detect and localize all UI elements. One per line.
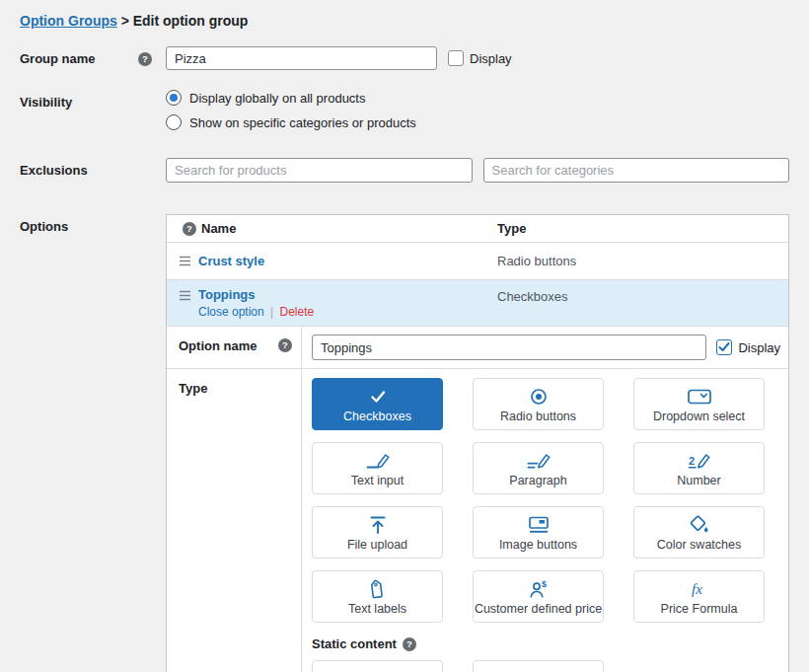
type-button-image-buttons[interactable]: Image buttons — [473, 506, 604, 559]
static-button-html[interactable] — [473, 660, 604, 672]
name-column-header: Name — [200, 221, 497, 236]
type-button-file-upload[interactable]: File upload — [312, 506, 443, 559]
options-label-wrap: Options — [20, 214, 166, 234]
exclusions-products-input[interactable] — [166, 158, 473, 183]
options-table-header: Name Type — [167, 215, 788, 243]
drag-handle-icon[interactable] — [179, 290, 192, 301]
visibility-row: Visibility Display globally on all produ… — [20, 90, 789, 139]
page-title: Edit option group — [133, 13, 249, 29]
option-display-checkbox-group: Display — [716, 339, 780, 355]
type-button-color-swatches[interactable]: Color swatches — [633, 506, 765, 559]
file-upload-icon — [365, 515, 391, 535]
type-button-paragraph[interactable]: Paragraph — [473, 442, 604, 494]
edit-option-group-page: Option Groups > Edit option group Group … — [0, 0, 809, 672]
group-display-checkbox[interactable] — [448, 50, 464, 66]
toppings-link[interactable]: Toppings — [198, 287, 256, 302]
type-button-text-input[interactable]: Text input — [312, 442, 443, 494]
group-name-label-wrap: Group name — [20, 46, 166, 66]
type-button-customer-defined-price[interactable]: $ Customer defined price — [473, 570, 604, 623]
radio-specific-label: Show on specific categories or products — [189, 115, 416, 130]
type-button-number[interactable]: 2 Number — [633, 442, 765, 494]
image-buttons-icon — [526, 515, 552, 535]
option-row-toppings: Toppings Close option | Delete Checkboxe… — [167, 279, 788, 326]
option-name-label-wrap: Option name — [167, 327, 302, 368]
option-name-input[interactable] — [312, 335, 706, 360]
crust-style-link[interactable]: Crust style — [198, 254, 264, 268]
options-label: Options — [20, 219, 152, 234]
radio-buttons-icon — [526, 387, 552, 407]
exclusions-label: Exclusions — [20, 163, 152, 178]
option-name-help-icon[interactable] — [278, 338, 292, 352]
customer-defined-price-icon: $ — [526, 579, 552, 599]
options-row: Options Name Type Crust style — [20, 214, 789, 672]
group-name-label: Group name — [20, 51, 138, 66]
visibility-label: Visibility — [20, 95, 152, 110]
options-table: Name Type Crust style Radio buttons — [166, 214, 789, 672]
text-labels-icon — [365, 579, 391, 599]
type-button-radio-buttons[interactable]: Radio buttons — [473, 378, 604, 430]
radio-global-label: Display globally on all products — [189, 91, 365, 106]
visibility-label-wrap: Visibility — [20, 90, 166, 110]
type-grid: Checkboxes Radio buttons — [312, 378, 762, 623]
dropdown-select-icon — [687, 387, 712, 407]
breadcrumb-option-groups-link[interactable]: Option Groups — [20, 13, 117, 29]
radio-specific-icon[interactable] — [166, 114, 182, 130]
svg-text:$: $ — [542, 579, 547, 589]
breadcrumb-separator: > — [121, 13, 129, 29]
delete-option-link[interactable]: Delete — [280, 305, 315, 319]
type-button-dropdown-select[interactable]: Dropdown select — [633, 378, 765, 430]
option-name-editor-row: Option name Display — [167, 326, 788, 368]
drag-handle-icon[interactable] — [179, 256, 192, 266]
svg-text:2: 2 — [689, 455, 695, 467]
number-icon: 2 — [687, 451, 712, 471]
group-display-label: Display — [470, 51, 512, 66]
type-label: Type — [179, 381, 292, 396]
breadcrumb: Option Groups > Edit option group — [20, 13, 789, 29]
type-button-checkboxes[interactable]: Checkboxes — [312, 378, 443, 430]
type-button-price-formula[interactable]: fx Price Formula — [633, 570, 765, 623]
static-content-heading-wrap: Static content — [312, 636, 762, 651]
text-input-icon — [365, 451, 391, 471]
static-content-grid — [312, 660, 762, 672]
price-formula-icon: fx — [687, 579, 712, 599]
toppings-type: Checkboxes — [497, 287, 788, 304]
static-content-help-icon[interactable] — [403, 637, 416, 651]
type-label-wrap: Type — [167, 369, 302, 672]
group-name-help-icon[interactable] — [138, 52, 152, 66]
option-row-crust-style: Crust style Radio buttons — [167, 243, 788, 279]
radio-global-icon[interactable] — [166, 90, 182, 106]
svg-text:fx: fx — [692, 581, 702, 597]
exclusions-row: Exclusions — [20, 158, 789, 183]
option-display-label: Display — [738, 340, 780, 355]
exclusions-categories-input[interactable] — [483, 158, 790, 183]
close-option-link[interactable]: Close option — [198, 305, 264, 319]
group-name-row: Group name Display — [20, 46, 789, 70]
options-help-icon[interactable] — [183, 222, 196, 236]
option-name-label: Option name — [179, 338, 278, 353]
static-button-text-block[interactable] — [312, 660, 443, 672]
exclusions-label-wrap: Exclusions — [20, 158, 166, 178]
color-swatches-icon — [687, 515, 712, 535]
visibility-radio-specific[interactable]: Show on specific categories or products — [166, 114, 789, 130]
type-column-header: Type — [497, 221, 788, 236]
group-name-input[interactable] — [166, 46, 437, 70]
option-display-checkbox[interactable] — [716, 339, 732, 355]
type-button-text-labels[interactable]: Text labels — [312, 570, 443, 623]
visibility-radio-global[interactable]: Display globally on all products — [166, 90, 789, 106]
paragraph-icon — [526, 451, 552, 471]
group-display-checkbox-group: Display — [448, 50, 512, 66]
type-editor-row: Type Checkboxes — [167, 368, 788, 672]
crust-style-type: Radio buttons — [497, 254, 788, 268]
checkboxes-icon — [365, 387, 391, 407]
static-content-heading: Static content — [312, 636, 397, 651]
actions-separator: | — [270, 305, 273, 319]
